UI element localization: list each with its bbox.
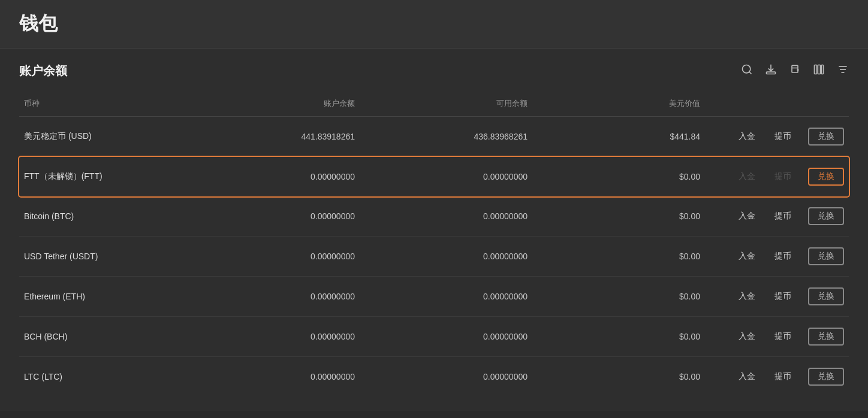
withdraw-button[interactable]: 提币 <box>772 210 794 223</box>
col-header-usd: 美元价值 <box>532 98 705 109</box>
col-header-balance: 账户余额 <box>187 98 360 109</box>
usd-value: $0.00 <box>532 172 705 181</box>
search-icon[interactable] <box>741 63 753 78</box>
withdraw-button[interactable]: 提币 <box>772 130 794 143</box>
table-row: BCH (BCH) 0.00000000 0.00000000 $0.00 入金… <box>19 317 849 357</box>
withdraw-button[interactable]: 提币 <box>772 330 794 343</box>
col-header-available: 可用余额 <box>360 98 532 109</box>
account-balance: 0.00000000 <box>187 372 360 381</box>
table-row: LTC (LTC) 0.00000000 0.00000000 $0.00 入金… <box>19 357 849 396</box>
svg-rect-2 <box>767 72 776 74</box>
account-balance: 441.83918261 <box>187 132 360 141</box>
account-balance: 0.00000000 <box>187 252 360 261</box>
currency-name: LTC (LTC) <box>19 372 187 381</box>
account-balance: 0.00000000 <box>187 332 360 341</box>
convert-button[interactable]: 兑换 <box>808 128 844 146</box>
deposit-button[interactable]: 入金 <box>736 330 758 343</box>
currency-name: BCH (BCH) <box>19 332 187 341</box>
convert-button[interactable]: 兑换 <box>808 207 844 225</box>
table-row: USD Tether (USDT) 0.00000000 0.00000000 … <box>19 237 849 277</box>
available-balance: 0.00000000 <box>360 372 532 381</box>
account-balance: 0.00000000 <box>187 211 360 221</box>
available-balance: 436.83968261 <box>360 132 532 141</box>
balance-table: 币种 账户余额 可用余额 美元价值 美元稳定币 (USD) 441.839182… <box>19 93 849 396</box>
columns-icon[interactable] <box>813 63 825 78</box>
table-body: 美元稳定币 (USD) 441.83918261 436.83968261 $4… <box>19 117 849 396</box>
usd-value: $441.84 <box>532 132 705 141</box>
currency-name: USD Tether (USDT) <box>19 252 187 261</box>
account-balance: 0.00000000 <box>187 292 360 301</box>
currency-name: 美元稳定币 (USD) <box>19 131 187 142</box>
svg-line-1 <box>749 72 752 74</box>
available-balance: 0.00000000 <box>360 252 532 261</box>
withdraw-button: 提币 <box>772 170 794 183</box>
deposit-button[interactable]: 入金 <box>736 130 758 143</box>
table-row: Bitcoin (BTC) 0.00000000 0.00000000 $0.0… <box>19 196 849 237</box>
usd-value: $0.00 <box>532 211 705 221</box>
available-balance: 0.00000000 <box>360 211 532 221</box>
deposit-button[interactable]: 入金 <box>736 210 758 223</box>
page-title: 钱包 <box>19 13 58 34</box>
table-header: 币种 账户余额 可用余额 美元价值 <box>19 93 849 117</box>
svg-rect-5 <box>815 65 817 74</box>
convert-button[interactable]: 兑换 <box>808 328 844 346</box>
col-header-actions <box>705 98 849 109</box>
account-balance: 0.00000000 <box>187 172 360 181</box>
download-icon[interactable] <box>765 63 777 78</box>
table-row: 美元稳定币 (USD) 441.83918261 436.83968261 $4… <box>19 117 849 157</box>
convert-button[interactable]: 兑换 <box>808 247 844 265</box>
available-balance: 0.00000000 <box>360 172 532 181</box>
usd-value: $0.00 <box>532 292 705 301</box>
withdraw-button[interactable]: 提币 <box>772 370 794 383</box>
deposit-button[interactable]: 入金 <box>736 250 758 263</box>
available-balance: 0.00000000 <box>360 332 532 341</box>
convert-button[interactable]: 兑换 <box>808 168 844 186</box>
col-header-currency: 币种 <box>19 98 187 109</box>
usd-value: $0.00 <box>532 372 705 381</box>
withdraw-button[interactable]: 提币 <box>772 250 794 263</box>
svg-point-4 <box>797 69 798 71</box>
section-title: 账户余额 <box>19 63 67 79</box>
svg-rect-6 <box>818 65 820 74</box>
header-actions <box>741 63 849 78</box>
print-icon[interactable] <box>789 63 801 78</box>
filter-icon[interactable] <box>837 63 849 78</box>
convert-button[interactable]: 兑换 <box>808 368 844 386</box>
usd-value: $0.00 <box>532 332 705 341</box>
deposit-button[interactable]: 入金 <box>736 290 758 303</box>
currency-name: Bitcoin (BTC) <box>19 211 187 221</box>
available-balance: 0.00000000 <box>360 292 532 301</box>
withdraw-button[interactable]: 提币 <box>772 290 794 303</box>
deposit-button[interactable]: 入金 <box>736 370 758 383</box>
deposit-button: 入金 <box>736 170 758 183</box>
section-header: 账户余额 <box>19 63 849 79</box>
currency-name: FTT（未解锁）(FTT) <box>19 171 187 182</box>
table-row: Ethereum (ETH) 0.00000000 0.00000000 $0.… <box>19 277 849 317</box>
convert-button[interactable]: 兑换 <box>808 287 844 305</box>
currency-name: Ethereum (ETH) <box>19 292 187 301</box>
svg-rect-7 <box>821 65 823 74</box>
table-row: FTT（未解锁）(FTT) 0.00000000 0.00000000 $0.0… <box>19 157 849 196</box>
svg-point-0 <box>743 65 751 73</box>
usd-value: $0.00 <box>532 252 705 261</box>
